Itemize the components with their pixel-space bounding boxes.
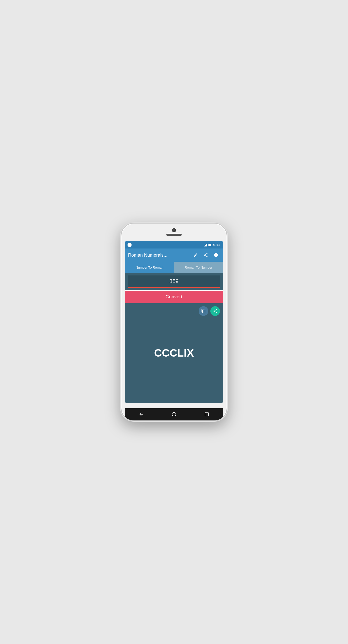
svg-rect-2 xyxy=(205,413,209,416)
app-bar: Roman Numerals... xyxy=(125,248,223,262)
convert-button[interactable]: Convert xyxy=(125,291,223,303)
copy-button[interactable] xyxy=(199,306,208,316)
tab-roman-to-number[interactable]: Roman To Number xyxy=(174,262,223,273)
status-icons: 1:41 xyxy=(204,243,220,247)
svg-point-1 xyxy=(172,413,176,416)
back-button[interactable] xyxy=(136,409,146,419)
phone-screen: 1:41 Roman Numerals... xyxy=(125,241,223,403)
signal-icon xyxy=(204,243,207,246)
home-button[interactable] xyxy=(169,409,179,419)
camera-icon xyxy=(172,228,176,232)
status-bar: 1:41 xyxy=(125,241,223,248)
share-icon-button[interactable] xyxy=(202,251,210,259)
edit-icon-button[interactable] xyxy=(192,251,200,259)
recent-button[interactable] xyxy=(202,409,212,419)
svg-marker-0 xyxy=(204,243,207,246)
tab-number-to-roman[interactable]: Number To Roman xyxy=(125,262,174,273)
result-value: CCCLIX xyxy=(149,342,199,364)
share-result-button[interactable] xyxy=(210,306,220,316)
result-section: CCCLIX xyxy=(125,303,223,403)
status-time: 1:41 xyxy=(214,243,220,247)
nav-bar xyxy=(125,408,223,420)
app-title: Roman Numerals... xyxy=(128,253,189,258)
input-area xyxy=(125,273,223,290)
phone-device: 1:41 Roman Numerals... xyxy=(121,223,227,421)
result-actions xyxy=(199,306,220,316)
speaker xyxy=(166,234,182,236)
phone-body: 1:41 Roman Numerals... xyxy=(121,223,227,421)
info-icon-button[interactable] xyxy=(212,251,220,259)
android-icon xyxy=(128,243,132,247)
number-input[interactable] xyxy=(128,275,220,288)
battery-icon xyxy=(208,244,213,246)
tabs-container: Number To Roman Roman To Number xyxy=(125,262,223,273)
